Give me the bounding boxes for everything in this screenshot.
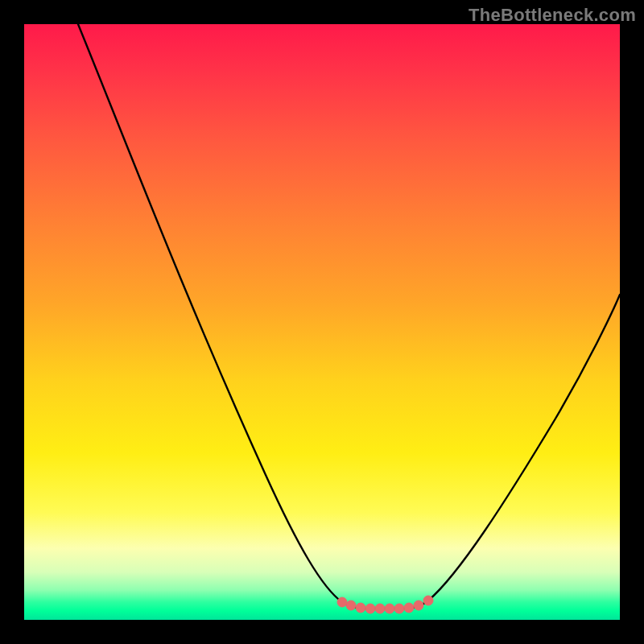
- svg-point-1: [346, 601, 356, 610]
- svg-point-0: [337, 597, 347, 607]
- svg-point-4: [375, 604, 385, 613]
- plot-area: [24, 24, 620, 620]
- svg-point-9: [423, 596, 433, 605]
- watermark-text: TheBottleneck.com: [469, 5, 636, 26]
- bottleneck-curve: [78, 24, 620, 609]
- svg-point-7: [404, 603, 414, 613]
- svg-point-3: [365, 604, 375, 613]
- svg-point-5: [385, 604, 394, 613]
- svg-point-2: [356, 603, 365, 613]
- chart-frame: TheBottleneck.com: [0, 0, 644, 644]
- svg-point-8: [414, 601, 423, 610]
- curve-layer: [24, 24, 620, 620]
- valley-markers: [337, 596, 433, 613]
- svg-point-6: [394, 604, 404, 613]
